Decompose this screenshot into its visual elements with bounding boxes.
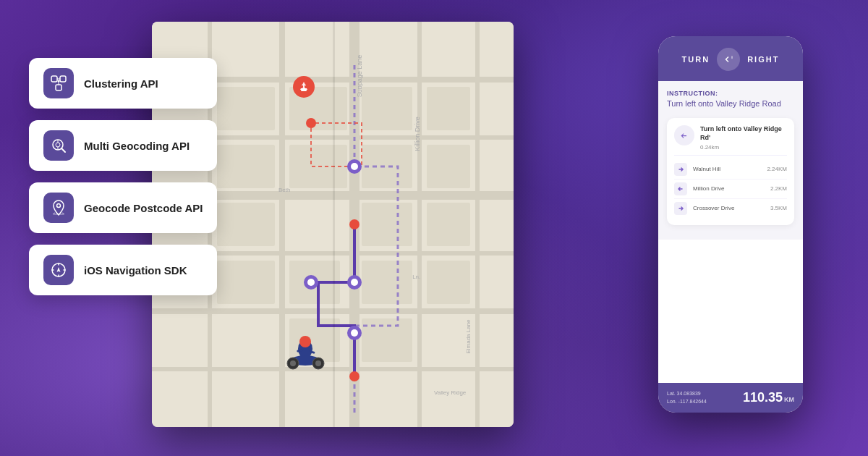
svg-rect-19 [217, 145, 275, 188]
svg-point-66 [290, 360, 296, 366]
distance-unit: KM [784, 396, 794, 403]
svg-rect-50 [56, 85, 61, 90]
svg-line-55 [61, 148, 65, 152]
phone-header: TURN RIGHT [658, 36, 803, 81]
navigation-sdk-label: iOS Navigation SDK [84, 264, 187, 276]
phone-body: Instruction: Turn left onto Valley Ridge… [658, 81, 803, 240]
svg-rect-33 [427, 203, 470, 246]
svg-point-56 [56, 143, 60, 147]
route-arrow-0 [674, 163, 687, 176]
route-dist-0: 2.24KM [767, 166, 787, 172]
longitude: Lon. -117.842644 [667, 398, 707, 406]
svg-rect-28 [362, 261, 412, 304]
clustering-api-card[interactable]: Clustering API [29, 58, 217, 109]
svg-rect-18 [217, 87, 275, 130]
main-route-item: Turn left onto Valley Ridge Rd' 0.24km [674, 125, 787, 155]
route-road-1: Million Drive [693, 185, 765, 192]
svg-rect-34 [427, 261, 470, 304]
svg-point-44 [349, 371, 359, 381]
navigation-icon [43, 255, 74, 285]
svg-rect-20 [217, 203, 275, 246]
coordinates: Lat. 34.083839 Lon. -117.842644 [667, 390, 707, 405]
route-dist-2: 3.5KM [770, 205, 787, 211]
route-arrow-1 [674, 182, 687, 195]
svg-rect-26 [362, 203, 412, 246]
distance-value: 110.35 [743, 390, 783, 405]
total-distance: 110.35 KM [743, 390, 794, 405]
svg-text:Valley Ridge: Valley Ridge [434, 389, 467, 396]
main-turn-icon [674, 125, 694, 145]
svg-rect-46 [302, 85, 306, 85]
svg-text:Beth: Beth [278, 187, 290, 193]
turn-label-right: RIGHT [747, 55, 779, 64]
main-route-text: Turn left onto Valley Ridge Rd' 0.24km [700, 125, 787, 150]
api-cards-container: Clustering API Multi Geocoding API Geoco… [29, 58, 217, 295]
clustering-icon [43, 68, 74, 98]
route-dist-1: 2.2KM [770, 185, 787, 192]
svg-rect-32 [427, 145, 470, 188]
svg-point-43 [349, 219, 359, 229]
svg-rect-47 [301, 90, 307, 91]
route-road-0: Walnut Hill [693, 166, 761, 172]
turn-label-left: TURN [682, 55, 710, 64]
svg-point-38 [307, 279, 315, 286]
svg-point-36 [351, 163, 358, 170]
postcode-api-card[interactable]: Geocode Postcode API [29, 182, 217, 233]
svg-point-59 [57, 204, 61, 208]
svg-point-62 [299, 336, 311, 347]
route-list-item-0: Walnut Hill 2.24KM [674, 160, 787, 180]
svg-rect-21 [217, 261, 275, 304]
svg-rect-49 [60, 76, 66, 82]
route-list: Walnut Hill 2.24KM Million Drive 2.2KM [674, 160, 787, 218]
svg-point-40 [351, 279, 358, 286]
main-route-distance: 0.24km [700, 144, 787, 151]
phone-footer: Lat. 34.083839 Lon. -117.842644 110.35 K… [658, 383, 803, 413]
clustering-api-label: Clustering API [84, 77, 158, 90]
svg-rect-25 [362, 145, 412, 188]
svg-point-67 [315, 360, 321, 366]
svg-point-45 [306, 118, 316, 128]
navigation-sdk-card[interactable]: iOS Navigation SDK [29, 245, 217, 295]
svg-rect-48 [51, 76, 57, 82]
svg-text:Elmada Lane: Elmada Lane [465, 319, 472, 354]
route-list-item-1: Million Drive 2.2KM [674, 180, 787, 199]
svg-point-42 [351, 329, 358, 337]
geocoding-icon [43, 130, 74, 161]
postcode-icon [43, 193, 74, 223]
main-road-name: Turn left onto Valley Ridge Rd' [700, 125, 787, 142]
motorcycle-icon [282, 333, 326, 369]
construction-marker [293, 76, 315, 98]
geocoding-api-card[interactable]: Multi Geocoding API [29, 120, 217, 171]
svg-text:Killion Drive: Killion Drive [414, 117, 421, 151]
geocoding-api-label: Multi Geocoding API [84, 140, 190, 152]
svg-rect-31 [427, 87, 470, 130]
instruction-text: Turn left onto Valley Ridge Road [667, 98, 794, 109]
route-arrow-2 [674, 202, 687, 215]
phone-mockup: TURN RIGHT Instruction: Turn left onto V… [658, 36, 803, 413]
route-road-2: Crossover Drive [693, 205, 765, 211]
turn-icon [717, 48, 740, 71]
main-route-card: Turn left onto Valley Ridge Rd' 0.24km W… [667, 118, 794, 224]
route-list-item-2: Crossover Drive 3.5KM [674, 199, 787, 218]
svg-rect-24 [362, 87, 412, 130]
instruction-label: Instruction: [667, 90, 794, 97]
postcode-api-label: Geocode Postcode API [84, 202, 203, 214]
latitude: Lat. 34.083839 [667, 390, 707, 398]
